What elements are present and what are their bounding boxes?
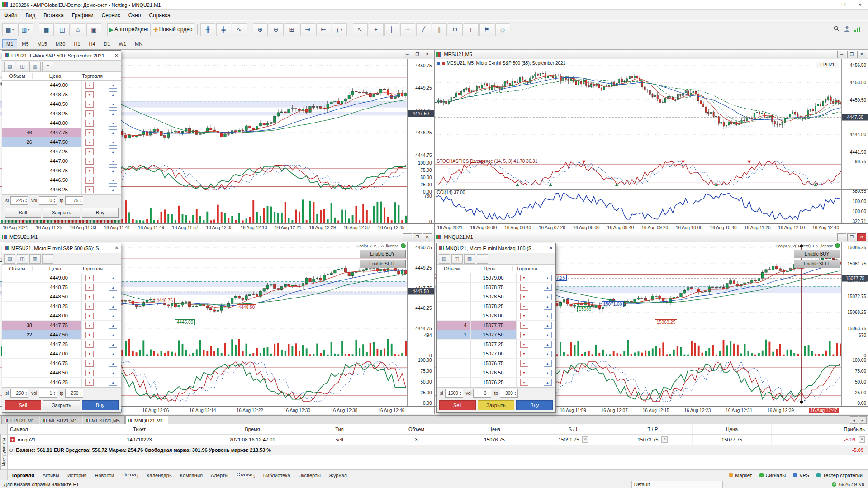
- column-header-price2[interactable]: Цена: [693, 424, 772, 434]
- spin-down-icon[interactable]: ▼: [53, 393, 56, 396]
- timeframe-m15-button[interactable]: M15: [33, 39, 51, 48]
- chart-profiles-button[interactable]: ▥▾: [18, 23, 33, 36]
- dom-row[interactable]: 415077.75▼▲: [437, 321, 555, 330]
- timeframe-m30-button[interactable]: M30: [52, 39, 69, 48]
- crosshair-button[interactable]: +: [369, 23, 384, 36]
- chart-restore-button[interactable]: ❐: [847, 51, 856, 58]
- enable-buy-button[interactable]: Enable BUY: [360, 250, 406, 258]
- buy-limit-button[interactable]: ▲: [109, 332, 117, 338]
- buy-limit-button[interactable]: ▲: [109, 148, 117, 155]
- buy-limit-button[interactable]: ▲: [109, 110, 117, 117]
- toolbox-tab-1[interactable]: Активы: [38, 471, 63, 480]
- chart-minimize-button[interactable]: ─: [403, 233, 412, 241]
- sell-limit-button[interactable]: ▼: [85, 148, 94, 155]
- buy-limit-button[interactable]: ▲: [544, 360, 552, 367]
- sell-limit-button[interactable]: ▼: [85, 275, 94, 281]
- position-row[interactable]: ▼mnqu211407102232021.08.16 12:47:01sell3…: [7, 435, 868, 445]
- menu-item-6[interactable]: Справка: [145, 11, 175, 20]
- sl-input[interactable]: 1500▲▼: [445, 389, 463, 398]
- chart-tab-scroll-right[interactable]: ▸: [859, 416, 867, 424]
- vertical-line-button[interactable]: │: [384, 23, 399, 36]
- chart-restore-button[interactable]: ❐: [847, 233, 856, 241]
- sell-limit-button[interactable]: ▼: [85, 167, 94, 174]
- market-watch-button[interactable]: ▦: [39, 23, 54, 36]
- sell-button[interactable]: Sell: [5, 400, 41, 410]
- dom-tool-1-button[interactable]: ▤: [4, 62, 15, 71]
- sell-limit-button[interactable]: ▼: [85, 313, 94, 319]
- dom-row[interactable]: 4447.25▼▲: [2, 147, 121, 156]
- collapse-icon[interactable]: ⊖: [9, 447, 13, 453]
- toolbox-tab-9[interactable]: Библиотека: [259, 471, 294, 480]
- fibonacci-button[interactable]: Φ: [448, 23, 463, 36]
- sell-limit-button[interactable]: ▼: [85, 120, 94, 127]
- buy-limit-button[interactable]: ▲: [544, 332, 552, 338]
- dom-row[interactable]: 15078.75▼▲: [437, 283, 555, 292]
- trend-line-button[interactable]: ╱: [416, 23, 431, 36]
- buy-limit-button[interactable]: ▲: [109, 370, 117, 376]
- sell-limit-button[interactable]: ▼: [520, 275, 528, 281]
- tp-input[interactable]: 250▲▼: [65, 389, 83, 398]
- column-header-ticket[interactable]: Тикет: [75, 424, 204, 434]
- price-axis[interactable]: 4450.754449.254447.754446.254444.75100.0…: [407, 59, 434, 223]
- enable-sell-button[interactable]: Enable SELL: [794, 260, 840, 268]
- dom-row[interactable]: 15078.25▼▲: [437, 302, 555, 311]
- toolbox-tab-5[interactable]: Календарь: [142, 471, 176, 480]
- buy-limit-button[interactable]: ▲: [109, 322, 117, 329]
- sell-limit-button[interactable]: ▼: [85, 294, 94, 300]
- sell-limit-button[interactable]: ▼: [85, 186, 94, 193]
- toolbox-tab-3[interactable]: Новости: [91, 471, 119, 480]
- remove-tp-button[interactable]: ✕: [661, 436, 668, 443]
- buy-limit-button[interactable]: ▲: [109, 101, 117, 108]
- buy-limit-button[interactable]: ▲: [544, 322, 552, 329]
- chart-window-titlebar[interactable]: MESU21,M1 ─❐✕: [0, 232, 434, 242]
- buy-limit-button[interactable]: ▲: [109, 139, 117, 146]
- price-axis[interactable]: 4450.754449.254447.754446.254444.7549401…: [407, 242, 434, 406]
- line-chart-button[interactable]: ∿: [232, 23, 247, 36]
- sell-limit-button[interactable]: ▼: [85, 332, 94, 338]
- spin-down-icon[interactable]: ▼: [25, 201, 27, 203]
- dom-row[interactable]: 4447.25▼▲: [2, 340, 121, 349]
- volume-input[interactable]: 1▲▼: [39, 389, 57, 398]
- buy-limit-button[interactable]: ▲: [544, 294, 552, 300]
- column-header-sl[interactable]: S / L: [534, 424, 613, 434]
- dom-row[interactable]: 4446.50▼▲: [2, 368, 121, 378]
- dom-tool-1-button[interactable]: ▤: [4, 254, 15, 264]
- chart-tab-scroll-left[interactable]: ◂: [850, 416, 858, 424]
- close-position-button[interactable]: Закрыть: [478, 400, 514, 410]
- dom-row[interactable]: 115077.50▼▲: [437, 330, 555, 340]
- timeframe-m5-button[interactable]: M5: [18, 39, 33, 48]
- tp-input[interactable]: 75▲▼: [65, 196, 83, 205]
- bars-chart-button[interactable]: ╫: [200, 23, 215, 36]
- chart-minimize-button[interactable]: ─: [837, 51, 846, 58]
- buy-limit-button[interactable]: ▲: [544, 379, 552, 386]
- dom-row[interactable]: 15078.50▼▲: [437, 292, 555, 302]
- sell-limit-button[interactable]: ▼: [85, 360, 94, 367]
- menu-item-0[interactable]: Файл: [0, 11, 22, 20]
- tp-input[interactable]: 300▲▼: [500, 389, 518, 398]
- chart-minimize-button[interactable]: ─: [837, 233, 846, 241]
- dom-tool-1-button[interactable]: ▤: [439, 254, 450, 264]
- sell-limit-button[interactable]: ▼: [520, 351, 528, 357]
- sell-limit-button[interactable]: ▼: [85, 82, 94, 89]
- dom-row[interactable]: 15076.25▼▲: [437, 378, 555, 387]
- dom-row[interactable]: 4448.00▼▲: [2, 311, 121, 321]
- dom-tool-3-button[interactable]: ▥: [29, 62, 41, 71]
- column-header-price[interactable]: Цена: [455, 424, 534, 434]
- buy-limit-button[interactable]: ▲: [544, 303, 552, 310]
- buy-limit-button[interactable]: ▲: [544, 275, 552, 281]
- dom-row[interactable]: 15077.25▼▲: [437, 340, 555, 349]
- close-position-button[interactable]: ✕: [859, 436, 865, 443]
- dom-row[interactable]: 4448.75▼▲: [2, 90, 121, 99]
- account-icon[interactable]: [844, 25, 850, 33]
- dom-close-button[interactable]: ✕: [549, 246, 553, 251]
- dom-tool-4-button[interactable]: ≡: [477, 254, 488, 264]
- dom-row[interactable]: 4448.75▼▲: [2, 283, 121, 292]
- dom-row[interactable]: 4447.00▼▲: [2, 349, 121, 359]
- sell-limit-button[interactable]: ▼: [85, 91, 94, 98]
- spin-down-icon[interactable]: ▼: [80, 393, 82, 396]
- text-tool-button[interactable]: T: [464, 23, 479, 36]
- toolbox-tab-11[interactable]: Журнал: [325, 471, 351, 480]
- chart-restore-button[interactable]: ❐: [413, 233, 422, 241]
- buy-limit-button[interactable]: ▲: [109, 379, 117, 386]
- dom-close-button[interactable]: ✕: [115, 53, 119, 58]
